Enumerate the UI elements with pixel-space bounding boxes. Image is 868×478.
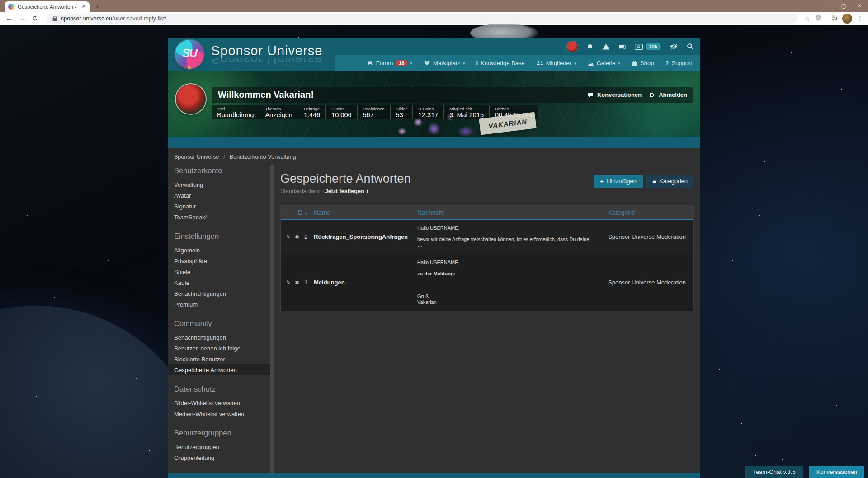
conversations-link[interactable]: Konversationen [588,91,642,98]
logout-link[interactable]: Abmelden [650,91,687,98]
sidebar-scrollbar[interactable] [270,165,274,473]
column-header-message[interactable]: Nachricht [417,209,608,216]
sidebar-section-benutzergruppen: Benutzergruppen [174,429,265,437]
window-minimize-button[interactable]: – [827,3,830,9]
shield-extension-icon[interactable] [815,14,821,23]
user-avatar-large[interactable] [176,84,206,114]
reload-icon[interactable] [32,15,41,22]
back-icon[interactable]: ← [5,14,14,23]
sidebar-item-gespeicherte-antworten[interactable]: Gespeicherte Antworten [168,364,271,375]
tab-close-icon[interactable]: ✕ [82,4,86,9]
sort-desc-icon: ▼ [304,212,308,216]
default-reply-line: Standardantwort: Jetzt festlegeni [280,188,694,194]
sidebar-item-benutzergruppen[interactable]: Benutzergruppen [168,441,271,452]
sidebar-item-community-benachrichtigungen[interactable]: Benachrichtigungen [168,332,271,343]
breadcrumb-current[interactable]: Benutzerkonto-Verwaltung [230,154,296,160]
moderation-warning-icon[interactable] [602,43,610,50]
browser-profile-avatar[interactable] [842,14,852,24]
logo-block[interactable]: SU Sponsor Universe Sponsor Universe [168,38,335,71]
coins-group[interactable]: 12k [635,43,661,50]
gallery-icon [588,61,594,66]
sidebar-item-benutzer-folge[interactable]: Benutzer, denen ich folge [168,343,271,354]
nav-item-forum[interactable]: Forum 18 ▾ [367,60,412,66]
conversation-icon [588,92,594,98]
window-maximize-button[interactable]: ▢ [841,3,846,9]
sidebar-item-teamspeak[interactable]: TeamSpeak³ [168,212,271,222]
content-area: Sponsor Universe / Benutzerkonto-Verwalt… [168,148,700,478]
column-header-id[interactable]: ID▼ [281,209,314,216]
sidebar-section-datenschutz: Datenschutz [174,385,265,393]
site-favicon [8,4,14,10]
url-text[interactable]: sponsor-universe.eu/user-saved-reply-lis… [61,15,166,22]
browser-toolbar: ← → sponsor-universe.eu/user-saved-reply… [0,12,868,25]
site-logo-text[interactable]: Sponsor Universe [211,43,323,58]
new-tab-button[interactable]: + [93,2,102,10]
column-header-category[interactable]: Kategorie [608,209,693,216]
sidebar-item-premium[interactable]: Premium [168,299,271,310]
user-avatar-small[interactable] [567,41,578,52]
info-icon[interactable]: i [367,188,368,194]
site-logo-icon[interactable]: SU [175,40,204,69]
site-wrapper: SU Sponsor Universe Sponsor Universe [168,25,700,478]
sign-out-icon [650,92,656,98]
row-message: Hallo USERNAME, zu der Meldung: Gruß, Va… [417,254,608,311]
nav-item-knowledge-base[interactable]: i Knowledge Base [476,60,525,66]
conversations-dock-button[interactable]: Konversationen [809,466,864,478]
user-banner: Willkommen Vakarian! Konversationen Abme… [168,71,700,137]
nav-item-support[interactable]: ? Support [665,60,693,66]
table-row: ✎ ✖ 1 Meldungen Hallo USERNAME, zu der M… [281,254,693,311]
window-close-button[interactable]: ✕ [857,3,862,9]
set-default-link[interactable]: Jetzt festlegen [325,188,364,194]
delete-x-icon[interactable]: ✖ [295,234,299,240]
chevron-down-icon: ▾ [618,61,621,66]
delete-x-icon[interactable]: ✖ [295,279,299,286]
main-panel: Gespeicherte Antworten Standardantwort: … [280,172,694,311]
nav-item-marktplatz[interactable]: Marktplatz ▾ [424,60,465,66]
sidebar-item-allgemein[interactable]: Allgemein [168,245,271,256]
sidebar-item-privatsphaere[interactable]: Privatsphäre [168,256,271,266]
sidebar-item-signatur[interactable]: Signatur [168,201,271,212]
row-name[interactable]: Rückfragen_SponsoringAnfragen [314,233,417,240]
nav-item-mitglieder[interactable]: Mitglieder ▾ [536,60,576,66]
sidebar-item-bilder-whitelist[interactable]: Bilder-Whitelist verwalten [168,398,271,408]
sidebar-item-avatar[interactable]: Avatar [168,190,271,201]
sidebar-item-medien-whitelist[interactable]: Medien-Whitelist verwalten [168,408,271,419]
starfield-bright [0,25,1,26]
extension-icon[interactable] [831,14,838,23]
url-bar[interactable]: sponsor-universe.eu/user-saved-reply-lis… [47,14,798,24]
stat-beitraege: Beiträge1.446 [298,105,326,119]
forward-icon: → [18,14,27,23]
sidebar-item-gruppenleitung[interactable]: Gruppenleitung [168,452,271,463]
messages-icon[interactable] [618,43,626,50]
edit-pencil-icon[interactable]: ✎ [286,279,291,286]
breadcrumb-root[interactable]: Sponsor Universe [174,154,219,160]
search-icon[interactable] [687,43,694,50]
chevron-down-icon: ▾ [574,61,576,66]
nav-item-galerie[interactable]: Galerie ▾ [588,60,620,66]
sidebar-item-benachrichtigungen[interactable]: Benachrichtigungen [168,288,271,299]
eye-slash-icon[interactable] [670,43,678,50]
notifications-bell-icon[interactable] [586,43,594,50]
bookmark-star-icon[interactable]: ☆ [804,14,810,23]
tab-title: Gespeicherte Antworten - Spons [18,4,77,9]
sidebar-item-blockierte-benutzer[interactable]: Blockierte Benutzer [168,354,271,364]
kebab-menu-icon[interactable]: ⋮ [857,14,863,23]
forum-unread-badge: 18 [396,60,407,66]
stat-themen[interactable]: ThemenAnzeigen [259,105,298,119]
main-navigation: Forum 18 ▾ Marktplatz ▾ i Knowledge Base [335,55,700,71]
browser-tab[interactable]: Gespeicherte Antworten - Spons ✕ [5,1,90,12]
row-name[interactable]: Meldungen [314,279,417,286]
stat-bilder: Bilder53 [391,105,413,119]
forum-icon [367,61,373,66]
welcome-text: Willkommen Vakarian! [218,90,314,100]
sidebar-item-kaeufe[interactable]: Käufe [168,277,271,288]
categories-button[interactable]: ≡ Kategorien [646,175,694,188]
stat-punkte: Punkte10.006 [326,105,357,119]
sidebar-item-spiele[interactable]: Spiele [168,266,271,277]
nav-item-shop[interactable]: Shop [632,60,654,66]
add-button[interactable]: + Hinzufügen [594,175,643,188]
column-header-name[interactable]: Name [314,209,417,216]
edit-pencil-icon[interactable]: ✎ [286,234,291,240]
sidebar-item-verwaltung[interactable]: Verwaltung [168,179,271,190]
team-chat-button[interactable]: Team-Chat v.3.5 [745,466,803,478]
